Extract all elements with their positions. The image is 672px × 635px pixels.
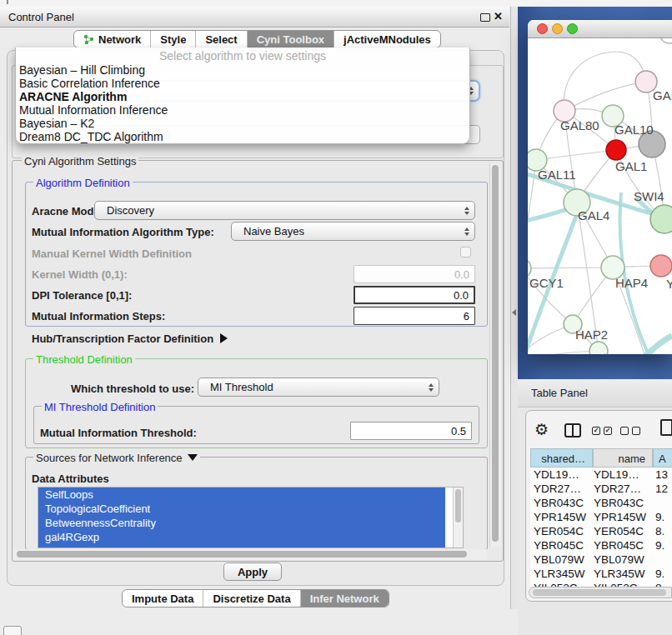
table-cell[interactable]: YDR27… [534, 482, 581, 496]
tab-select[interactable]: Select [196, 31, 247, 48]
table-cell[interactable]: YIL052C [534, 581, 578, 587]
table-cell[interactable]: YBR043C [594, 496, 644, 510]
expand-arrow-icon[interactable] [220, 333, 228, 343]
network-window: GALGAL80GAL10GAL1GAL11SWI4GAL4GCY1HAP4YH… [528, 20, 672, 354]
collapse-left-icon[interactable] [512, 309, 516, 316]
list-item[interactable]: BetweennessCentrality [38, 516, 445, 530]
popup-item[interactable]: Basic Correlation Inference [16, 77, 469, 90]
split-columns-icon[interactable] [564, 423, 581, 438]
apply-button[interactable]: Apply [223, 562, 282, 581]
combo-stepper-icon [464, 228, 469, 236]
popup-item[interactable]: Mutual Information Inference [16, 103, 469, 117]
network-edge[interactable] [564, 82, 646, 111]
node-table[interactable]: YDL19…YDL19…13YDR27…YDR27…12YBR043CYBR04… [530, 468, 672, 587]
mi-type-combo[interactable]: Naive Bayes [231, 222, 475, 241]
table-cell[interactable]: YBL079W [594, 552, 644, 567]
list-item[interactable]: TopologicalCoefficient [38, 502, 445, 516]
tab-discretize-data[interactable]: Discretize Data [203, 590, 300, 607]
mi-steps-field[interactable]: 6 [354, 307, 475, 325]
control-panel-title: Control Panel [8, 11, 74, 23]
column-header-clipped[interactable]: A [653, 448, 672, 468]
network-node-label: HAP4 [615, 276, 648, 290]
dpi-tolerance-field[interactable]: 0.0 [354, 286, 475, 304]
mi-threshold-field[interactable]: 0.5 [350, 422, 472, 440]
table-cell[interactable]: YDL19… [594, 468, 639, 482]
network-node[interactable] [659, 38, 672, 43]
table-cell[interactable]: YER054C [594, 524, 644, 538]
network-edge[interactable] [536, 150, 616, 160]
manual-kernel-label: Manual Kernel Width Definition [32, 248, 192, 260]
table-cell[interactable]: YBL079W [534, 552, 584, 567]
network-edge-highlighted[interactable] [620, 192, 649, 354]
hub-definition-expander[interactable]: Hub/Transcription Factor Definition [32, 332, 228, 345]
table-cell[interactable]: 9. [655, 567, 664, 581]
network-node[interactable] [606, 140, 626, 160]
table-cell[interactable]: YER054C [534, 524, 584, 538]
table-cell[interactable]: 12 [655, 482, 668, 496]
tab-cyni-toolbox[interactable]: Cyni Toolbox [248, 31, 334, 48]
network-node[interactable] [650, 255, 672, 277]
close-icon[interactable]: ✕ [494, 10, 503, 22]
mini-panel-button[interactable] [3, 626, 22, 635]
unchecked-attributes-icon[interactable] [620, 427, 640, 435]
network-canvas[interactable]: GALGAL80GAL10GAL1GAL11SWI4GAL4GCY1HAP4YH… [528, 38, 672, 354]
checked-attributes-icon[interactable]: ✓ ✓ [592, 427, 612, 435]
network-tab-icon [83, 34, 94, 45]
minimize-traffic-light[interactable] [552, 23, 563, 34]
popup-item[interactable]: Bayesian – K2 [16, 117, 469, 130]
aracne-mode-combo[interactable]: Discovery [94, 201, 475, 220]
file-icon[interactable] [660, 419, 672, 436]
table-cell[interactable]: YBR045C [594, 538, 644, 552]
manual-kernel-checkbox[interactable] [460, 247, 471, 258]
kernel-width-field[interactable]: 0.0 [354, 265, 475, 283]
popup-item[interactable]: Dream8 DC_TDC Algorithm [16, 130, 469, 143]
table-cell[interactable]: YDR27… [594, 482, 641, 496]
settings-vertical-scrollbar[interactable] [489, 163, 501, 547]
table-cell[interactable]: 13 [655, 468, 668, 482]
sources-title: Sources for Network Inference [36, 452, 183, 464]
zoom-traffic-light[interactable] [567, 23, 578, 34]
list-scrollbar[interactable] [453, 488, 463, 548]
sources-collapser[interactable]: Sources for Network Inference [33, 452, 200, 464]
table-horizontal-scrollbar[interactable] [529, 587, 672, 598]
table-cell[interactable]: 9. [655, 538, 664, 552]
table-cell[interactable]: YIL052C [594, 581, 638, 587]
list-item[interactable]: gal4RGexp [38, 530, 445, 544]
panel-splitter[interactable] [511, 7, 518, 609]
tab-infer-network[interactable]: Infer Network [301, 590, 389, 607]
list-item[interactable]: SelfLoops [38, 488, 445, 502]
popup-item[interactable]: Bayesian – Hill Climbing [16, 63, 469, 77]
close-traffic-light[interactable] [537, 23, 548, 34]
popup-item-selected[interactable]: ARACNE Algorithm [16, 90, 469, 103]
table-cell[interactable]: YPR145W [594, 510, 646, 524]
network-node[interactable] [650, 205, 672, 233]
network-edge[interactable] [528, 268, 613, 268]
gear-icon[interactable]: ⚙ [534, 420, 549, 439]
settings-horizontal-scrollbar[interactable] [13, 549, 487, 560]
table-cell[interactable]: YLR345W [594, 567, 645, 581]
table-cell[interactable]: YBR043C [534, 496, 584, 510]
column-header-shared-name[interactable]: shared… [530, 448, 593, 468]
list-item-partial[interactable] [38, 544, 445, 548]
network-window-titlebar[interactable] [528, 20, 672, 38]
tab-network[interactable]: Network [74, 31, 151, 48]
table-cell[interactable]: 8. [655, 524, 664, 538]
column-header-name[interactable]: name [593, 448, 653, 468]
table-cell[interactable]: YDL19… [534, 468, 579, 482]
collapse-arrow-icon[interactable] [188, 454, 198, 461]
network-edge[interactable] [528, 351, 599, 354]
table-cell[interactable]: YPR145W [534, 510, 586, 524]
hub-definition-label: Hub/Transcription Factor Definition [32, 332, 213, 345]
network-edge-highlighted[interactable] [644, 336, 672, 354]
network-node[interactable] [589, 342, 608, 354]
float-panel-icon[interactable] [480, 13, 490, 22]
tab-jactivemnodules[interactable]: jActiveMNodules [334, 31, 440, 48]
table-cell[interactable]: 8 [655, 581, 662, 587]
tab-impute-data[interactable]: Impute Data [123, 590, 203, 607]
table-cell[interactable]: YBR045C [534, 538, 584, 552]
table-cell[interactable]: 9. [655, 510, 664, 524]
tab-style[interactable]: Style [151, 31, 196, 48]
table-cell[interactable]: YLR345W [534, 567, 585, 581]
popup-placeholder: Select algorithm to view settings [16, 49, 469, 63]
which-threshold-combo[interactable]: MI Threshold [198, 378, 439, 397]
